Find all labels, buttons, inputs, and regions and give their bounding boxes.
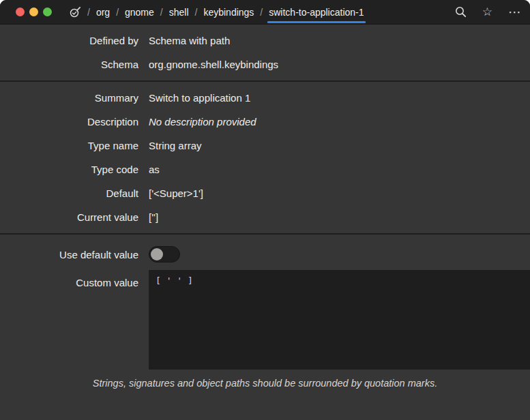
use-default-toggle[interactable] xyxy=(149,246,180,262)
custom-value-label: Custom value xyxy=(0,270,138,288)
editor-section: Use default value Custom value [ ' ' ] S… xyxy=(0,235,530,393)
use-default-label: Use default value xyxy=(0,249,138,260)
bookmark-star-icon[interactable]: ☆ xyxy=(482,6,492,18)
row-label: Current value xyxy=(0,211,138,223)
row-label: Type code xyxy=(0,164,138,175)
breadcrumb-item-switch-to-application-1[interactable]: switch-to-application-1 xyxy=(269,7,364,18)
maximize-button[interactable] xyxy=(43,7,52,16)
row-value: String array xyxy=(149,140,202,151)
property-row-summary: Summary Switch to application 1 xyxy=(0,86,530,110)
custom-value-input[interactable]: [ ' ' ] xyxy=(149,270,530,370)
custom-value-row: Custom value [ ' ' ] xyxy=(0,270,530,370)
breadcrumb-separator: / xyxy=(260,7,263,18)
breadcrumb-separator: / xyxy=(195,7,198,18)
property-row-type-name: Type name String array xyxy=(0,134,530,158)
row-value: as xyxy=(149,164,160,175)
row-value: Switch to application 1 xyxy=(149,92,250,104)
breadcrumb-item-gnome[interactable]: gnome xyxy=(125,7,154,18)
row-value: Schema with path xyxy=(149,35,230,46)
window-controls xyxy=(16,7,52,16)
breadcrumb-separator: / xyxy=(87,7,90,18)
header-actions: ☆ ⋯ xyxy=(455,5,530,18)
breadcrumb: / org / gnome / shell / keybindings / sw… xyxy=(69,6,364,18)
property-row-type-code: Type code as xyxy=(0,158,530,181)
breadcrumb-item-shell[interactable]: shell xyxy=(169,7,189,18)
row-value: ['<Super>1'] xyxy=(149,188,203,199)
row-label: Defined by xyxy=(0,35,138,46)
quotation-hint-note: Strings, signatures and object paths sho… xyxy=(0,378,530,389)
property-row-defined-by: Defined by Schema with path xyxy=(0,29,530,52)
row-label: Summary xyxy=(0,92,138,104)
breadcrumb-separator: / xyxy=(116,7,119,18)
dconf-editor-app-icon xyxy=(69,6,81,18)
breadcrumb-separator: / xyxy=(160,7,163,18)
breadcrumb-item-org[interactable]: org xyxy=(96,7,110,18)
row-label: Type name xyxy=(0,140,138,151)
row-value: [''] xyxy=(149,211,158,223)
toggle-knob xyxy=(151,248,163,260)
menu-icon[interactable]: ⋯ xyxy=(508,5,522,18)
origin-section: Defined by Schema with path Schema org.g… xyxy=(0,25,530,80)
row-value: org.gnome.shell.keybindings xyxy=(149,59,278,70)
row-label: Schema xyxy=(0,59,138,70)
details-section: Summary Switch to application 1 Descript… xyxy=(0,82,530,233)
search-icon[interactable] xyxy=(455,6,467,18)
property-row-description: Description No description provided xyxy=(0,110,530,134)
breadcrumb-item-keybindings[interactable]: keybindings xyxy=(203,7,254,18)
row-value: No description provided xyxy=(149,116,256,127)
row-label: Default xyxy=(0,188,138,199)
property-row-current-value: Current value [''] xyxy=(0,205,530,229)
property-row-default: Default ['<Super>1'] xyxy=(0,181,530,205)
dconf-editor-window: / org / gnome / shell / keybindings / sw… xyxy=(0,0,530,420)
close-button[interactable] xyxy=(16,7,25,16)
key-detail-panel: Defined by Schema with path Schema org.g… xyxy=(0,25,530,420)
row-label: Description xyxy=(0,116,138,127)
header-bar: / org / gnome / shell / keybindings / sw… xyxy=(0,0,530,25)
property-row-schema: Schema org.gnome.shell.keybindings xyxy=(0,52,530,76)
minimize-button[interactable] xyxy=(29,7,38,16)
use-default-row: Use default value xyxy=(0,239,530,270)
